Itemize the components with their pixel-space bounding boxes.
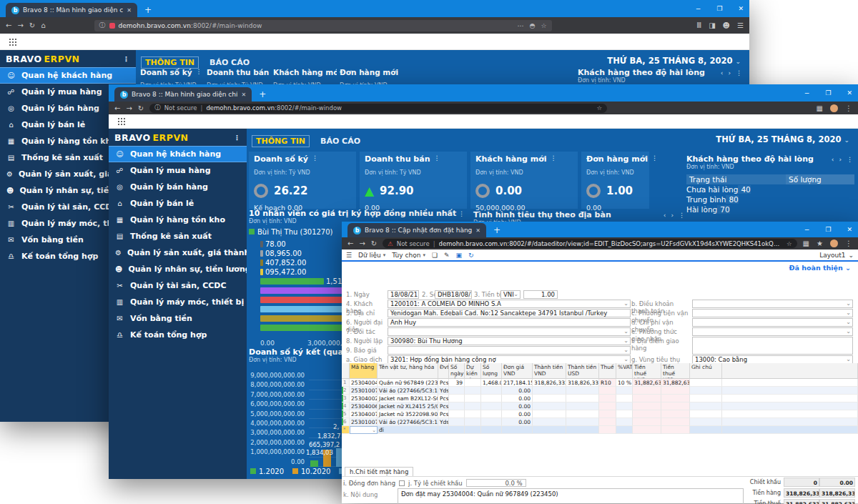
date-input[interactable]: 18/08/21	[388, 290, 419, 299]
reload-icon[interactable]	[138, 104, 144, 112]
sidebar-menu-item[interactable]: ⚙ Quản lý sản xuất, giá thành	[109, 244, 247, 261]
field-input[interactable]	[692, 337, 853, 355]
info-icon[interactable]	[154, 104, 161, 112]
tab-close-icon[interactable]	[241, 92, 246, 98]
home-icon[interactable]	[41, 21, 45, 29]
new-tab-button[interactable]: +	[493, 225, 500, 235]
app-grid-icon[interactable]	[117, 117, 125, 125]
sidebar-menu-item[interactable]: ⌂ Quản lý bán lẻ	[109, 195, 247, 212]
tab-close-icon[interactable]	[127, 7, 132, 14]
page-actions-icon[interactable]	[518, 22, 524, 29]
kebab-icon[interactable]	[679, 212, 685, 219]
kebab-icon[interactable]	[402, 68, 403, 76]
chrome-menu-icon[interactable]	[845, 239, 852, 247]
tab-close-icon[interactable]	[475, 227, 480, 234]
url-bar[interactable]: Not secure | demohn.bravo.com.vn:8002/#/…	[149, 104, 607, 113]
kebab-icon[interactable]	[433, 154, 440, 164]
dashboard-date[interactable]: THỨ BA, 25 THÁNG 8, 2020	[607, 56, 741, 66]
url-bar[interactable]: Not secure | demohn.bravo.com.vn:8002/#/…	[383, 239, 797, 248]
sidebar-menu-item[interactable]: ◎ Quản lý bán hàng	[109, 179, 247, 195]
chevron-right-icon[interactable]	[839, 156, 842, 163]
bookmark-star-icon[interactable]	[597, 104, 603, 112]
field-input[interactable]: Yenidogan Mah. Edebali Cad. No:12 Sancak…	[388, 309, 631, 317]
back-icon[interactable]	[6, 21, 11, 29]
sidebar-menu-item[interactable]: ▦ Quản lý hàng tồn kho	[109, 212, 247, 228]
kebab-icon[interactable]	[196, 68, 202, 76]
kebab-icon[interactable]	[458, 210, 465, 217]
currency-select[interactable]: VNI	[500, 290, 521, 299]
new-tab-button[interactable]: +	[259, 89, 266, 99]
chrome-menu-icon[interactable]	[845, 104, 852, 112]
pocket-icon[interactable]	[530, 22, 536, 29]
kebab-icon[interactable]	[651, 154, 658, 164]
field-input[interactable]	[388, 346, 631, 355]
forward-icon[interactable]	[126, 104, 132, 112]
field-input[interactable]	[692, 327, 853, 336]
new-document-icon[interactable]	[432, 252, 438, 259]
tab-bao-cao[interactable]: BÁO CÁO	[320, 137, 360, 146]
app-grid-icon[interactable]	[9, 38, 16, 46]
back-icon[interactable]	[347, 239, 353, 247]
chevron-left-icon[interactable]	[721, 69, 724, 76]
library-icon[interactable]	[696, 21, 701, 29]
hamburger-menu-icon[interactable]	[737, 21, 744, 29]
bookmark-star-icon[interactable]	[786, 240, 792, 247]
table-row[interactable]: 225301007 Vải áo (227466/5C3:100% COTTOI…	[342, 387, 858, 395]
sidebar-menu-item[interactable]: ☺ Quan hệ khách hàng	[0, 67, 136, 84]
chevron-right-icon[interactable]	[728, 69, 731, 76]
detail-tab[interactable]: h.Chi tiết mặt hàng	[345, 467, 413, 476]
sidebar-menu-item[interactable]: ☍ Quản lý mua hàng	[109, 162, 247, 179]
minimize-button[interactable]	[804, 226, 810, 233]
tab-thong-tin[interactable]: THÔNG TIN	[252, 135, 310, 147]
kebab-icon[interactable]	[312, 154, 318, 164]
tab-bao-cao[interactable]: BÁO CÁO	[209, 58, 250, 67]
layout-select[interactable]: Layout1	[819, 252, 854, 259]
chevron-right-icon[interactable]	[671, 212, 674, 219]
chevron-left-icon[interactable]	[832, 156, 834, 163]
sidebar-menu-item[interactable]: ✉ Vốn bằng tiền	[109, 310, 247, 327]
field-input[interactable]: 300980: Bùi Thu Hương	[388, 337, 631, 345]
restore-button[interactable]	[825, 226, 831, 233]
field-input[interactable]	[388, 327, 631, 336]
profile-avatar[interactable]	[830, 239, 838, 247]
kebab-icon[interactable]	[551, 154, 557, 164]
restore-button[interactable]	[825, 89, 831, 97]
close-button[interactable]	[738, 5, 744, 12]
reload-icon[interactable]	[371, 239, 377, 247]
sidebar-menu-item[interactable]: ▥ Quản lý máy móc, thiết bị	[109, 294, 247, 310]
close-order-checkbox[interactable]	[399, 480, 405, 486]
discount-input[interactable]: 0.0 %	[466, 479, 526, 487]
table-row[interactable]: 525304007 Jacket nữ 3522098.90.70Pcs 0.0…	[342, 410, 858, 418]
kebab-icon[interactable]	[736, 69, 742, 76]
refresh-icon[interactable]	[468, 252, 474, 259]
doc-no-input[interactable]: DHB18/08/21-0	[435, 290, 472, 299]
status-badge[interactable]: Đã hoàn thiện	[789, 264, 852, 272]
sidebar-kebab-icon[interactable]	[234, 134, 242, 142]
sidebar-menu-item[interactable]: ☺ Quan hệ khách hàng	[109, 146, 247, 162]
table-row[interactable]: 425304006 Jacket nữ XL2415 25/09 S15Pcs …	[342, 402, 858, 410]
field-input[interactable]	[692, 309, 853, 317]
table-row[interactable]: * đi	[342, 426, 858, 434]
chevron-left-icon[interactable]	[664, 212, 666, 219]
minimize-button[interactable]	[696, 5, 701, 12]
shield-icon[interactable]	[99, 21, 106, 30]
url-bar[interactable]: demohn.bravo.com.vn:8002/#/main-window	[94, 20, 552, 31]
field-input[interactable]	[692, 300, 853, 308]
minimize-button[interactable]	[804, 89, 810, 97]
sidebar-menu-item[interactable]: ✂ Quản lý tài sản, CCDC	[109, 277, 247, 294]
edit-icon[interactable]	[444, 252, 450, 259]
account-icon[interactable]	[723, 21, 730, 29]
close-button[interactable]	[847, 226, 852, 233]
sidebar-menu-item[interactable]: ☻ Quản lý nhân sự, tiền lương	[109, 261, 247, 277]
extensions-icon[interactable]	[803, 239, 809, 247]
field-input[interactable]: 1200101: A COLMEIA DO MINHO S.A	[388, 300, 631, 308]
profile-avatar[interactable]	[830, 104, 838, 112]
sidebar-menu-item[interactable]: ▤ Thống kê sản xuất	[109, 228, 247, 244]
sidebar-menu-item[interactable]: ♎ Kế toán tổng hợp	[109, 327, 247, 343]
field-input[interactable]	[692, 318, 853, 327]
warning-icon[interactable]	[388, 240, 393, 247]
reload-icon[interactable]	[29, 21, 35, 29]
pinned-extension-icon[interactable]	[817, 239, 823, 247]
field-input[interactable]: Anh Huy	[388, 318, 631, 327]
table-row[interactable]: 325304002 Jacket nam B2XL12-SC1Pcs 0.00	[342, 395, 858, 402]
